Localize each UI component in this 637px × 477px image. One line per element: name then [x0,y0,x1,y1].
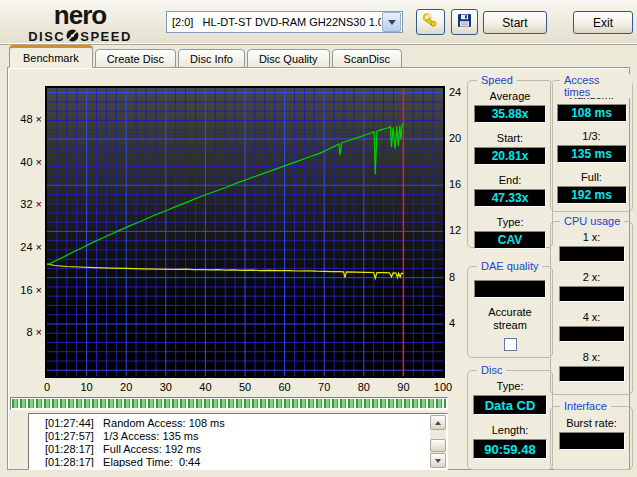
progress-bar [10,397,448,410]
x-tick-label: 10 [72,381,102,393]
tab-label: Benchmark [23,52,79,64]
lcd-value [559,326,625,342]
tab-label: Disc Quality [259,53,318,65]
start-button[interactable]: Start [483,11,547,34]
field-label: Type: [497,380,524,393]
lcd-value: 108 ms [557,104,627,122]
tab-disc-info[interactable]: Disc Info [178,49,245,68]
lcd-value: 90:59.48 [473,439,547,459]
lcd-value: 47.33x [474,189,546,207]
field-label: 1 x: [583,231,601,244]
save-button[interactable] [451,9,478,35]
field-label: Type: [497,216,524,229]
toolbar: nero DISC SPEED [2:0] HL-DT-ST DVD-RAM G… [0,0,637,45]
tab-bar: BenchmarkCreate DiscDisc InfoDisc Qualit… [9,45,404,68]
lcd-value: 20.81x [474,147,546,165]
access-times-panel: Access timesRandom:108 ms1/3:135 msFull:… [550,80,633,212]
field-row: Type:Data CD [473,380,547,415]
field-label: Start: [497,132,523,145]
field-row: 8 x: [559,351,625,382]
scrollbar-thumb[interactable] [430,439,446,452]
cpu-usage-panel: CPU usage1 x:2 x:4 x:8 x: [550,221,633,395]
y-right-tick-label: 4 [449,317,475,329]
y-left-tick-label: 32 × [14,198,42,210]
field-row: Average35.88x [474,90,546,123]
speed-panel: SpeedAverage35.88xStart:20.81xEnd:47.33x… [467,80,553,248]
nero-discspeed-window: nero DISC SPEED [2:0] HL-DT-ST DVD-RAM G… [0,0,637,477]
logo-discspeed-text: DISC SPEED [14,29,146,44]
combo-arrow-icon[interactable] [382,12,401,32]
dae-quality-value [474,280,546,298]
drive-selector-value: [2:0] HL-DT-ST DVD-RAM GH22NS30 1.01 [167,16,381,28]
tab-label: Disc Info [190,53,233,65]
log-scrollbar[interactable] [430,415,446,468]
log-line: [01:28:17] Full Access: 192 ms [45,443,428,456]
field-label: Full: [581,171,602,184]
panel-title: CPU usage [560,215,624,227]
x-tick-label: 40 [190,381,220,393]
y-right-tick-label: 24 [449,86,475,98]
interface-panel: InterfaceBurst rate: [550,406,633,470]
field-row: Full:192 ms [557,171,627,204]
log-line: [01:27:44] Random Access: 108 ms [45,417,428,430]
panel-title: Speed [477,74,517,86]
progress-bar-fill [12,399,446,408]
field-label: 1/3: [582,130,600,143]
panel-title: DAE quality [477,260,542,272]
x-tick-label: 0 [32,381,62,393]
tools-button[interactable] [416,9,445,35]
accurate-stream-checkbox[interactable] [504,338,517,351]
scroll-down-icon[interactable] [430,453,446,468]
drive-selector[interactable]: [2:0] HL-DT-ST DVD-RAM GH22NS30 1.01 [166,11,403,33]
scroll-up-icon[interactable] [430,415,446,430]
panel-title: Interface [560,400,611,412]
lcd-value [559,246,625,262]
field-label: Length: [492,424,529,437]
lcd-value: 135 ms [557,145,627,163]
benchmark-chart-frame [45,86,445,378]
x-tick-label: 70 [309,381,339,393]
nero-discspeed-logo: nero DISC SPEED [14,2,146,44]
field-label: Burst rate: [566,417,617,430]
benchmark-chart [47,88,443,376]
x-tick-label: 50 [230,381,260,393]
tab-disc-quality[interactable]: Disc Quality [247,49,330,68]
field-row: 1 x: [559,231,625,262]
field-label: 4 x: [583,311,601,324]
y-left-tick-label: 16 × [14,284,42,296]
panel-title: Access times [560,74,632,98]
lcd-value: 192 ms [557,186,627,204]
tab-benchmark[interactable]: Benchmark [9,45,93,68]
tools-icon [422,12,439,32]
log-listbox[interactable]: [01:27:44] Random Access: 108 ms[01:27:5… [28,413,448,470]
field-row: 1/3:135 ms [557,130,627,163]
tab-create-disc[interactable]: Create Disc [95,49,176,68]
log-line: [01:28:17] Elapsed Time: 0:44 [45,456,428,467]
y-right-tick-label: 16 [449,178,475,190]
field-row: 2 x: [559,271,625,302]
lcd-value: CAV [474,231,546,249]
field-row: Type:CAV [474,216,546,249]
save-icon [457,13,472,31]
x-tick-label: 60 [270,381,300,393]
tab-label: ScanDisc [344,53,390,65]
lcd-value [559,432,625,450]
x-tick-label: 90 [388,381,418,393]
field-label: Average [490,90,531,103]
tab-scandisc[interactable]: ScanDisc [332,49,402,68]
accurate-stream-label: Accurate stream [480,306,540,332]
field-row: 4 x: [559,311,625,342]
disc-panel: DiscType:Data CDLength:90:59.48 [467,370,553,470]
disc-logo-icon [66,29,79,44]
field-label: 8 x: [583,351,601,364]
lcd-value [559,286,625,302]
panel-title: Disc [477,364,506,376]
x-tick-label: 20 [111,381,141,393]
field-label: End: [499,174,522,187]
tab-label: Create Disc [107,53,164,65]
y-left-tick-label: 48 × [14,113,42,125]
x-tick-label: 80 [349,381,379,393]
exit-button[interactable]: Exit [573,11,633,34]
field-row: Burst rate: [559,417,625,450]
y-right-tick-label: 12 [449,224,475,236]
